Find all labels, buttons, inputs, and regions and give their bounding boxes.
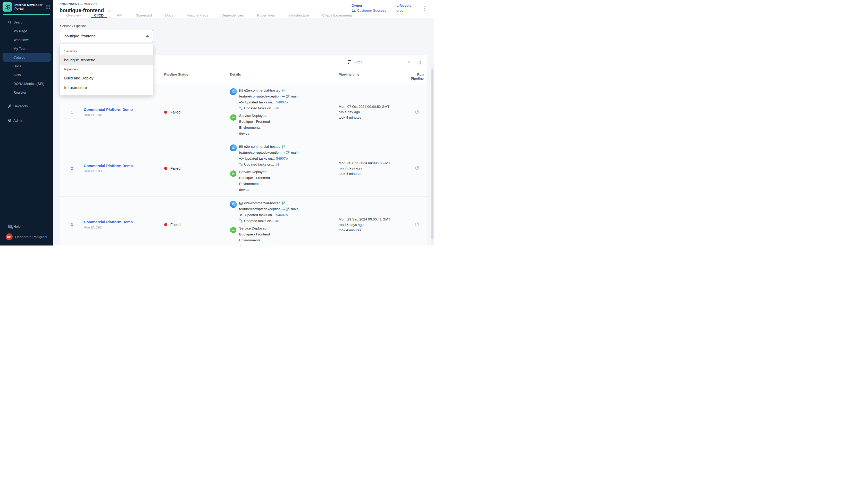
branch-to[interactable]: main: [291, 150, 299, 155]
commit-link[interactable]: 54607b: [276, 100, 288, 105]
pipeline-run-link[interactable]: Commercial Platform Demo: [84, 164, 164, 168]
time-duration: took 4 minutes: [339, 115, 411, 120]
sidebar-item-search[interactable]: Search: [0, 18, 53, 27]
tab-cicd[interactable]: CI/CD: [91, 13, 107, 18]
scrollbar-thumb[interactable]: [431, 69, 433, 239]
time-absolute: Mon, 07 Oct 2024 00:00:52 GMT: [339, 104, 411, 109]
page-title: boutique-frontend: [60, 7, 104, 13]
status-text: Failed: [170, 166, 181, 170]
repo-name[interactable]: e2e-commercial-hosted: [244, 201, 280, 206]
tab-kubernetes[interactable]: Kubernetes: [254, 13, 278, 18]
commit-message: Updated tasks on...: [245, 156, 275, 161]
sidebar-bottom: ? Help DP Debabrata Panigrahi: [0, 222, 53, 246]
more-options-icon[interactable]: [422, 5, 428, 12]
refresh-icon[interactable]: ↺: [417, 60, 422, 66]
service-pipeline-select[interactable]: boutique_frontend: [60, 30, 153, 42]
dropdown-option-boutique-frontend[interactable]: boutique_frontend: [60, 55, 153, 65]
app-switcher-icon[interactable]: [45, 5, 50, 9]
help-icon: ?: [8, 225, 13, 228]
commit-message: Updated tasks on...: [245, 212, 275, 218]
sidebar-item-apis[interactable]: APIs: [0, 70, 53, 79]
git-branch-icon: [282, 89, 285, 92]
commit-icon: [239, 101, 244, 104]
repo-name[interactable]: e2e-commercial-hosted: [244, 88, 280, 93]
deploy-service: Boutique - Frontend: [239, 119, 270, 124]
tab-scorecard[interactable]: Scorecard: [133, 13, 155, 18]
clear-filter-icon[interactable]: ×: [407, 60, 410, 64]
ci-stage-icon: [230, 201, 237, 208]
tab-bar: Overview CI/CD API Scorecard Docs Featur…: [53, 13, 434, 18]
failed-status-dot: [164, 167, 167, 170]
repository-icon: [239, 201, 243, 205]
favorite-star-icon[interactable]: ☆: [107, 8, 112, 13]
sidebar-item-catalog[interactable]: Catalog: [3, 53, 51, 62]
deploy-line: Service Deployed:: [239, 226, 270, 231]
branch-to[interactable]: main: [291, 94, 299, 99]
sidebar-item-devtools[interactable]: DevTools: [0, 102, 53, 110]
deploy-line: Environments:: [239, 125, 270, 130]
user-menu[interactable]: DP Debabrata Panigrahi: [0, 231, 53, 242]
sidebar-item-label: Docs: [13, 64, 21, 68]
owner-link[interactable]: Customer Success: [351, 8, 386, 12]
pull-request-icon: [239, 219, 243, 223]
sidebar-item-my-team[interactable]: My Team: [0, 44, 53, 53]
dropdown-option-build-and-deploy[interactable]: Build and Deploy: [60, 73, 153, 83]
dropdown-option-infrastructure[interactable]: Infrastructure: [60, 83, 153, 92]
commit-link[interactable]: 54607b: [276, 212, 288, 218]
status-text: Failed: [170, 110, 181, 114]
sidebar-item-label: Catalog: [13, 55, 26, 59]
sidebar-item-label: Admin: [13, 119, 23, 122]
sidebar-item-label: DevTools: [13, 104, 28, 108]
commit-link[interactable]: 54607b: [276, 156, 288, 161]
sidebar-item-label: Search: [13, 20, 25, 24]
sidebar-item-workflows[interactable]: Workflows: [0, 35, 53, 44]
pipeline-run-link[interactable]: Commercial Platform Demo: [84, 220, 164, 224]
repository-icon: [239, 145, 243, 148]
scrollbar[interactable]: [431, 64, 434, 246]
sidebar-item-label: APIs: [13, 73, 21, 77]
branch-from[interactable]: feature/corruptedexception: [239, 207, 281, 212]
deploy-environments: dev,qa: [239, 187, 270, 192]
branch-to[interactable]: main: [291, 207, 299, 212]
tab-dependencies[interactable]: Dependencies: [218, 13, 247, 18]
tab-chaos-experiments[interactable]: Chaos Experiments: [319, 13, 356, 18]
git-branch-icon: [286, 95, 290, 98]
sidebar-item-help[interactable]: ? Help: [0, 222, 53, 231]
sidebar-item-dora-metrics[interactable]: DORA Metrics (SEI): [0, 79, 53, 88]
tab-docs[interactable]: Docs: [162, 13, 177, 18]
col-header-time: Pipeline time: [339, 70, 411, 84]
repo-name[interactable]: e2e-commercial-hosted: [244, 144, 280, 149]
filter-input[interactable]: [353, 60, 405, 64]
avatar: DP: [6, 233, 12, 240]
tab-api[interactable]: API: [114, 13, 126, 18]
sidebar-item-label: DORA Metrics (SEI): [13, 82, 44, 86]
col-header-status: Pipeline Status: [164, 70, 230, 84]
sidebar-item-admin[interactable]: ⚙ Admin: [0, 115, 53, 125]
rerun-pipeline-icon[interactable]: ↺: [414, 109, 419, 115]
row-index: 1: [60, 110, 84, 114]
cd-stage-icon: ∞: [230, 170, 237, 177]
tab-infrastructure[interactable]: Infrastructure: [285, 13, 312, 18]
tab-overview[interactable]: Overview: [63, 13, 84, 18]
sidebar-item-register[interactable]: Register: [0, 88, 53, 97]
app-logo[interactable]: [3, 2, 12, 11]
dropdown-group-pipelines: Pipelines: [60, 65, 153, 73]
pr-link[interactable]: #8: [275, 219, 279, 224]
breadcrumb: COMPONENT — SERVICE: [60, 3, 112, 6]
sidebar-nav: Search My Page Workflows My Team Catalog…: [0, 15, 53, 125]
pipeline-run-link[interactable]: Commercial Platform Demo: [84, 108, 164, 112]
sidebar-item-docs[interactable]: Docs: [0, 62, 53, 70]
row-index: 3: [60, 223, 84, 227]
branch-from[interactable]: feature/corruptedexception: [239, 150, 281, 155]
branch-from[interactable]: feature/corruptedexception: [239, 94, 281, 99]
pr-link[interactable]: #8: [275, 106, 279, 111]
rerun-pipeline-icon[interactable]: ↺: [414, 221, 419, 228]
cd-stage-icon: ∞: [230, 114, 237, 121]
tab-feature-flags[interactable]: Feature Flags: [183, 13, 211, 18]
deploy-service: Boutique - Frontend: [239, 175, 270, 180]
chevron-up-icon: [146, 35, 149, 37]
sidebar-item-label: Help: [13, 225, 21, 229]
sidebar-item-my-page[interactable]: My Page: [0, 27, 53, 35]
rerun-pipeline-icon[interactable]: ↺: [414, 165, 419, 172]
pr-link[interactable]: #8: [275, 162, 279, 167]
